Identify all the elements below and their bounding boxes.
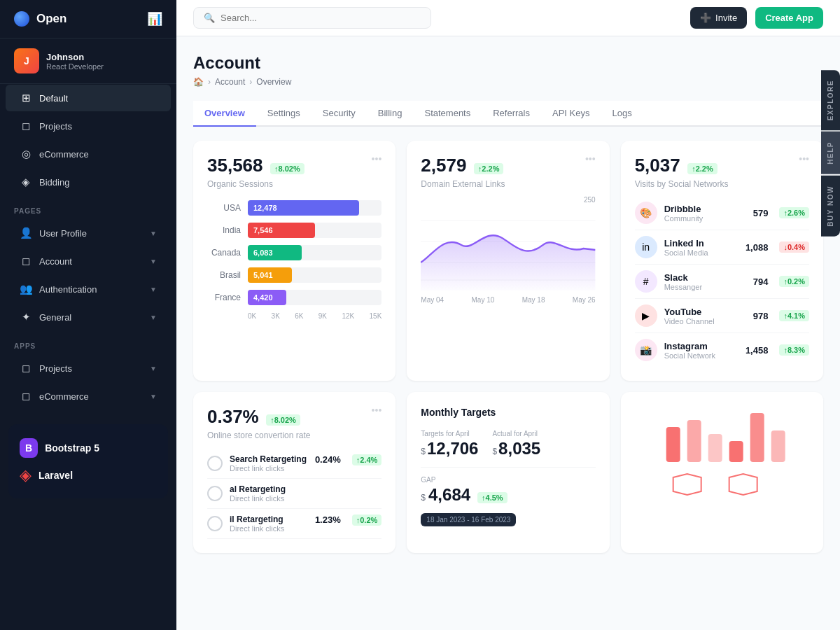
tab-api-keys[interactable]: API Keys xyxy=(541,101,601,127)
home-icon[interactable]: 🏠 xyxy=(193,77,204,87)
social-row-instagram: 📸 Instagram Social Network 1,458 ↑8.3% xyxy=(635,333,809,367)
chevron-down-icon: ▼ xyxy=(150,258,157,265)
breadcrumb: 🏠 › Account › Overview xyxy=(193,77,823,87)
more-options-icon[interactable]: ••• xyxy=(585,153,596,164)
chart-y-250: 250 xyxy=(584,196,596,204)
more-options-icon[interactable]: ••• xyxy=(372,153,382,164)
tab-overview[interactable]: Overview xyxy=(193,101,256,127)
social-badge: ↑2.6% xyxy=(779,207,809,218)
x-label: May 26 xyxy=(573,296,596,304)
sidebar-item-ecommerce[interactable]: ◎ eCommerce xyxy=(6,141,171,167)
sidebar-item-account[interactable]: ◻ Account ▼ xyxy=(6,248,171,274)
linkedin-icon: in xyxy=(635,236,657,258)
sidebar-item-ecommerce-app[interactable]: ◻ eCommerce ▼ xyxy=(6,383,171,410)
explore-button[interactable]: EXPLORE xyxy=(821,70,840,130)
tab-settings[interactable]: Settings xyxy=(256,101,312,127)
bar-fill: 12,478 xyxy=(248,200,359,216)
tabs-bar: Overview Settings Security Billing State… xyxy=(193,101,823,127)
more-options-icon[interactable]: ••• xyxy=(372,405,382,416)
dollar-sign: $ xyxy=(492,447,497,456)
social-sub: Social Media xyxy=(664,248,708,257)
bar-track: 12,478 xyxy=(248,200,382,216)
social-sub: Messanger xyxy=(664,283,702,291)
page-content: Account 🏠 › Account › Overview Overview … xyxy=(176,36,840,630)
top-header: 🔍 ➕ Invite Create App xyxy=(176,0,840,36)
conv-sub: Direct link clicks xyxy=(230,524,284,533)
tab-billing[interactable]: Billing xyxy=(367,101,414,127)
stat-card-links: ••• 2,579 ↑2.2% Domain External Links 25… xyxy=(407,141,609,381)
bidding-icon: ◈ xyxy=(20,176,32,188)
social-sub: Video Channel xyxy=(664,317,715,326)
instagram-icon: 📸 xyxy=(635,339,657,361)
account-icon: ◻ xyxy=(20,255,32,267)
conv-info: Search Retargeting Direct link clicks xyxy=(230,454,307,472)
actual-item: Actual for April $ 8,035 xyxy=(492,430,540,458)
bar-track: 5,041 xyxy=(248,267,382,283)
more-options-icon[interactable]: ••• xyxy=(799,153,809,164)
x-label: May 04 xyxy=(421,296,444,304)
bottom-grid: ••• 0.37% ↑8.02% Online store convertion… xyxy=(193,392,823,553)
bar-row-canada: Canada 6,083 xyxy=(207,245,382,260)
tab-security[interactable]: Security xyxy=(312,101,367,127)
search-input[interactable] xyxy=(220,13,421,23)
tab-logs[interactable]: Logs xyxy=(601,101,643,127)
bar-fill: 7,546 xyxy=(248,223,315,238)
dribbble-icon: 🎨 xyxy=(635,202,657,224)
promo-section: B Bootstrap 5 ◈ Laravel xyxy=(8,424,168,498)
stat-badge: ↑2.2% xyxy=(687,163,718,174)
sidebar-item-projects-app[interactable]: ◻ Projects ▼ xyxy=(6,355,171,382)
svg-rect-8 xyxy=(750,413,764,462)
pages-section-label: PAGES xyxy=(0,196,176,219)
chart-card-3 xyxy=(621,392,823,553)
logo-chart-icon: 📊 xyxy=(147,11,162,27)
monthly-targets-card: Monthly Targets Targets for April $ 12,7… xyxy=(407,392,609,553)
sidebar-item-authentication[interactable]: 👥 Authentication ▼ xyxy=(6,276,171,302)
sidebar-item-bidding[interactable]: ◈ Bidding xyxy=(6,169,171,195)
conv-info: al Retargeting Direct link clicks xyxy=(230,484,286,503)
sidebar-item-default[interactable]: ⊞ Default xyxy=(6,85,171,111)
conversion-item: Search Retargeting Direct link clicks 0.… xyxy=(207,449,382,479)
social-row-youtube: ▶ YouTube Video Channel 978 ↑4.1% xyxy=(635,299,809,333)
social-info: Slack Messanger xyxy=(664,272,702,291)
tab-referrals[interactable]: Referrals xyxy=(482,101,541,127)
sidebar: Open 📊 J Johnson React Developer ⊞ Defau… xyxy=(0,0,176,630)
sidebar-item-label: Authentication xyxy=(39,284,143,295)
invite-button[interactable]: ➕ Invite xyxy=(690,7,747,29)
side-panel: EXPLORE HELP BUY NOW xyxy=(821,70,840,237)
sidebar-item-label: eCommerce xyxy=(39,149,157,160)
bar-axis: 0K 3K 6K 9K 12K 15K xyxy=(207,312,382,320)
user-profile-icon: 👤 xyxy=(20,227,32,239)
search-bar[interactable]: 🔍 xyxy=(193,7,431,29)
social-info: Linked In Social Media xyxy=(664,238,708,257)
tab-statements[interactable]: Statements xyxy=(413,101,482,127)
target-item: Targets for April $ 12,706 xyxy=(421,430,478,458)
conversion-card: ••• 0.37% ↑8.02% Online store convertion… xyxy=(193,392,396,553)
conv-badge: ↑2.4% xyxy=(352,454,382,465)
breadcrumb-account[interactable]: Account xyxy=(215,77,245,87)
social-row-linkedin: in Linked In Social Media 1,088 ↓0.4% xyxy=(635,230,809,265)
social-info: Instagram Social Network xyxy=(664,341,715,360)
conv-name: Search Retargeting xyxy=(230,454,307,464)
help-button[interactable]: HELP xyxy=(821,132,840,174)
buy-now-button[interactable]: BUY NOW xyxy=(821,176,840,237)
social-count: 794 xyxy=(753,276,769,287)
bar-row-usa: USA 12,478 xyxy=(207,200,382,216)
conversion-circle xyxy=(207,516,223,531)
conversion-circle xyxy=(207,486,223,501)
social-name: Dribbble xyxy=(664,204,704,214)
sidebar-item-label: Default xyxy=(39,93,157,104)
sidebar-item-projects[interactable]: ◻ Projects xyxy=(6,113,171,139)
logo-text: Open xyxy=(36,12,66,26)
target-value: 12,706 xyxy=(427,439,478,458)
laravel-label: Laravel xyxy=(38,470,73,481)
x-label: May 10 xyxy=(472,296,495,304)
create-app-label: Create App xyxy=(765,13,813,23)
conv-sub: Direct link clicks xyxy=(230,494,286,503)
sidebar-item-general[interactable]: ✦ General ▼ xyxy=(6,304,171,330)
gap-badge: ↑4.5% xyxy=(477,492,507,503)
stat-label: Organic Sessions xyxy=(207,179,382,189)
svg-rect-9 xyxy=(771,430,785,462)
user-name: Johnson xyxy=(46,52,104,62)
create-app-button[interactable]: Create App xyxy=(755,7,823,29)
sidebar-item-user-profile[interactable]: 👤 User Profile ▼ xyxy=(6,220,171,246)
